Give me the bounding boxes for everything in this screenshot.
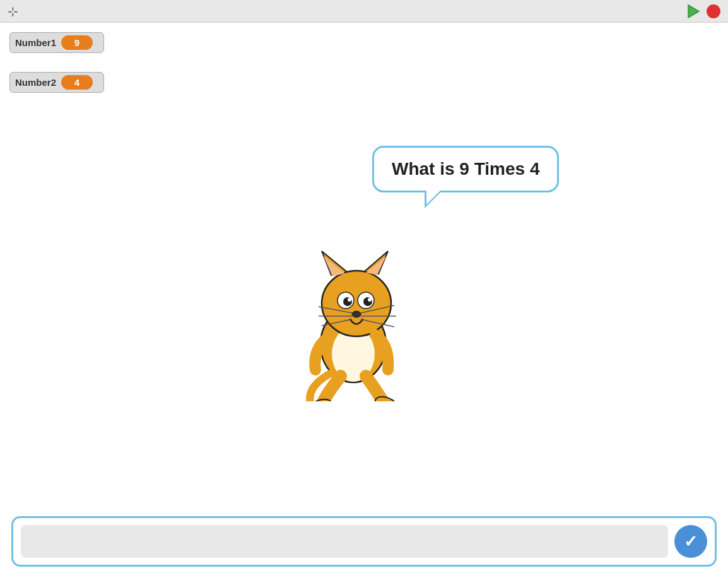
top-bar-controls (685, 3, 720, 20)
top-bar: ⊹ (0, 0, 728, 23)
submit-answer-button[interactable]: ✓ (674, 525, 707, 558)
checkmark-icon: ✓ (684, 533, 698, 550)
svg-point-12 (348, 298, 351, 302)
answer-bar: ✓ (11, 516, 717, 567)
svg-marker-5 (324, 256, 345, 276)
top-bar-left: ⊹ (8, 4, 18, 19)
var-value-number1: 9 (61, 35, 93, 50)
svg-point-14 (352, 311, 361, 317)
var-name-number1: Number1 (15, 37, 56, 48)
speech-text: What is 9 Times 4 (392, 159, 539, 179)
svg-marker-0 (688, 5, 699, 18)
answer-input[interactable] (21, 525, 668, 558)
svg-marker-7 (366, 256, 386, 275)
stage: Number1 9 Number2 4 What is 9 Times 4 (0, 23, 728, 578)
variable-monitor-number2: Number2 4 (9, 72, 104, 93)
var-name-number2: Number2 (15, 77, 56, 88)
stop-button[interactable] (707, 4, 720, 18)
variable-monitor-number1: Number1 9 (9, 32, 104, 53)
scratch-cat-sprite (284, 237, 423, 401)
green-flag-button[interactable] (685, 3, 702, 20)
svg-point-13 (368, 298, 372, 302)
move-icon[interactable]: ⊹ (8, 4, 18, 19)
svg-point-3 (322, 271, 391, 336)
speech-bubble: What is 9 Times 4 (372, 146, 559, 192)
var-value-number2: 4 (61, 75, 93, 90)
